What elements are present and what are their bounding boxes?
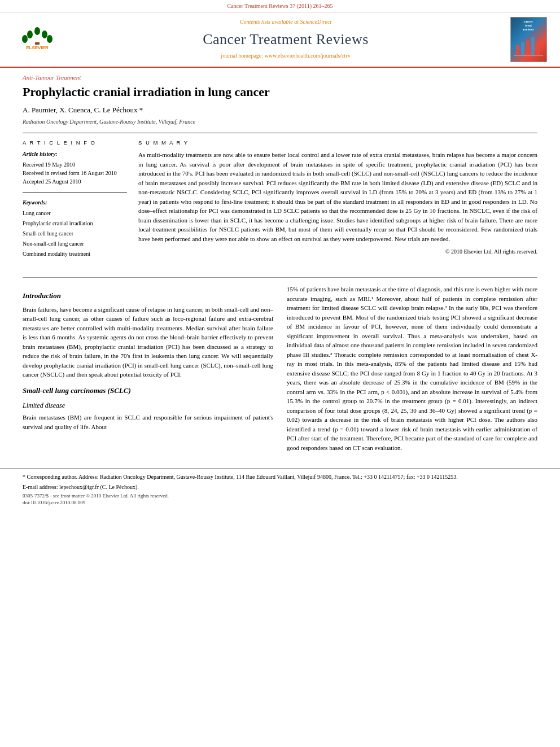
- journal-header-right: cancertreatreviews: [506, 17, 551, 62]
- corresponding-author-note: * Corresponding author. Address: Radiati…: [23, 473, 537, 482]
- journal-header: ELSEVIER Contents lists available at Sci…: [0, 12, 560, 68]
- sclc-heading: Small-cell lung carcinomas (SCLC): [23, 385, 273, 396]
- svg-point-1: [34, 27, 40, 35]
- svg-point-4: [22, 35, 28, 43]
- article-section: Anti-Tumour Treatment Prophylactic crani…: [0, 68, 560, 265]
- doi-line: doi:10.1016/j.ctrv.2010.08.009: [23, 499, 537, 506]
- svg-point-2: [27, 30, 33, 38]
- journal-cover-thumbnail: cancertreatreviews: [510, 17, 547, 62]
- page-footer: * Corresponding author. Address: Radiati…: [0, 468, 560, 511]
- email-note: E-mail address: lepechoux@igr.fr (C. Le …: [23, 483, 537, 491]
- svg-text:ELSEVIER: ELSEVIER: [26, 45, 49, 50]
- page-wrapper: Cancer Treatment Reviews 37 (2011) 261–2…: [0, 0, 560, 511]
- science-direct-line: Contents lists available at ScienceDirec…: [240, 18, 331, 27]
- svg-rect-14: [536, 41, 540, 55]
- keyword-3: Small-cell lung cancer: [23, 229, 127, 239]
- article-info-section: A R T I C L E I N F O Article history: R…: [23, 139, 127, 185]
- keyword-2: Prophylactic cranial irradiation: [23, 219, 127, 229]
- keywords-list: Lung cancer Prophylactic cranial irradia…: [23, 208, 127, 259]
- keyword-4: Non-small-cell lung cancer: [23, 239, 127, 249]
- keywords-label: Keywords:: [23, 199, 127, 207]
- introduction-heading: Introduction: [23, 290, 273, 302]
- received-date: Received 19 May 2010: [23, 160, 127, 169]
- limited-disease-text: Brain metastases (BM) are frequent in SC…: [23, 413, 273, 431]
- journal-header-left: ELSEVIER: [9, 17, 65, 62]
- limited-disease-subheading: Limited disease: [23, 400, 273, 410]
- svg-rect-6: [35, 42, 40, 45]
- svg-rect-10: [516, 45, 519, 55]
- revised-date: Received in revised form 16 August 2010: [23, 169, 127, 177]
- svg-rect-12: [526, 40, 530, 55]
- journal-title: Cancer Treatment Reviews: [203, 29, 369, 50]
- svg-point-5: [47, 35, 53, 43]
- body-section: Introduction Brain failures, have become…: [0, 265, 560, 462]
- copyright-line: © 2010 Elsevier Ltd. All rights reserved…: [138, 248, 537, 256]
- corresponding-note-text: * Corresponding author. Address: Radiati…: [23, 474, 458, 480]
- body-left-col: Introduction Brain failures, have become…: [23, 285, 273, 457]
- keyword-5: Combined modality treatment: [23, 249, 127, 259]
- elsevier-logo: ELSEVIER: [15, 27, 60, 52]
- journal-citation: Cancer Treatment Reviews 37 (2011) 261–2…: [227, 3, 333, 9]
- article-info-summary-layout: A R T I C L E I N F O Article history: R…: [23, 139, 537, 259]
- accepted-date: Accepted 25 August 2010: [23, 177, 127, 186]
- right-col-intro-text: 15% of patients have brain metastasis at…: [287, 285, 537, 452]
- journal-top-bar: Cancer Treatment Reviews 37 (2011) 261–2…: [0, 0, 560, 12]
- article-history-label: Article history:: [23, 150, 127, 159]
- summary-label: S U M M A R Y: [138, 139, 537, 147]
- article-type-label: Anti-Tumour Treatment: [23, 73, 537, 82]
- summary-column: S U M M A R Y As multi-modality treatmen…: [138, 139, 537, 259]
- body-two-col: Introduction Brain failures, have become…: [23, 285, 537, 457]
- body-right-col: 15% of patients have brain metastasis at…: [287, 285, 537, 457]
- article-info-label: A R T I C L E I N F O: [23, 139, 127, 147]
- journal-homepage: journal homepage: www.elsevierhealth.com…: [221, 52, 350, 60]
- body-divider: [23, 277, 537, 278]
- issn-line: 0305-7372/$ - see front matter © 2010 El…: [23, 492, 537, 500]
- article-divider: [23, 133, 537, 133]
- svg-rect-13: [531, 37, 535, 55]
- cover-chart: [513, 34, 544, 56]
- svg-point-3: [42, 30, 47, 38]
- article-title: Prophylactic cranial irradiation in lung…: [23, 84, 537, 101]
- keywords-divider: [23, 193, 127, 193]
- article-affiliation: Radiation Oncology Department, Gustave-R…: [23, 118, 537, 126]
- introduction-text: Brain failures, have become a significan…: [23, 305, 273, 379]
- keyword-1: Lung cancer: [23, 208, 127, 219]
- svg-rect-11: [521, 42, 524, 55]
- journal-header-center: Contents lists available at ScienceDirec…: [72, 17, 499, 62]
- cover-title: cancertreatreviews: [523, 20, 533, 32]
- article-info-column: A R T I C L E I N F O Article history: R…: [23, 139, 127, 259]
- article-authors: A. Paumier, X. Cuenca, C. Le Péchoux *: [23, 105, 537, 116]
- summary-text: As multi-modality treatments are now abl…: [138, 150, 537, 243]
- keywords-section: Keywords: Lung cancer Prophylactic crani…: [23, 199, 127, 260]
